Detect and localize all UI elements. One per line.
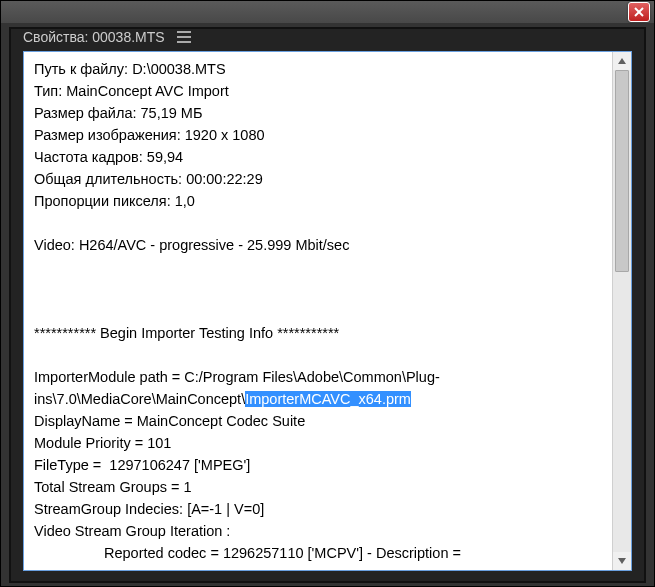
file-size-value: 75,19 МБ (141, 105, 203, 121)
image-size-label: Размер изображения: (34, 127, 181, 143)
svg-marker-2 (618, 58, 626, 64)
scroll-thumb[interactable] (615, 70, 629, 272)
duration-value: 00:00:22:29 (186, 171, 263, 187)
image-size-value: 1920 x 1080 (185, 127, 265, 143)
panel-menu-icon[interactable] (177, 31, 191, 43)
video-line: Video: H264/AVC - progressive - 25.999 M… (34, 237, 349, 253)
display-name-line: DisplayName = MainConcept Codec Suite (34, 413, 305, 429)
svg-marker-3 (618, 558, 626, 564)
scroll-up-button[interactable] (613, 52, 631, 70)
properties-panel: Свойства: 00038.MTS Путь к файлу: D:\000… (9, 27, 646, 583)
vertical-scrollbar[interactable] (612, 52, 631, 570)
chevron-down-icon (618, 558, 626, 564)
chevron-up-icon (618, 58, 626, 64)
pixel-aspect-label: Пропорции пикселя: (34, 193, 171, 209)
scroll-track[interactable] (613, 70, 631, 552)
importer-path-highlight: ImporterMCAVC_x64.prm (245, 391, 411, 407)
scroll-down-button[interactable] (613, 552, 631, 570)
close-button[interactable] (628, 2, 650, 22)
titlebar (1, 1, 654, 23)
panel-title: Свойства: 00038.MTS (23, 29, 165, 45)
type-value: MainConcept AVC Import (66, 83, 229, 99)
total-stream-groups-line: Total Stream Groups = 1 (34, 479, 192, 495)
stream-group-indices-line: StreamGroup Indecies: [A=-1 | V=0] (34, 501, 264, 517)
content-area: Путь к файлу: D:\00038.MTS Тип: MainConc… (23, 51, 632, 571)
file-path-value: D:\00038.MTS (132, 61, 226, 77)
window-frame: Свойства: 00038.MTS Путь к файлу: D:\000… (0, 0, 655, 587)
file-type-line: FileType = 1297106247 ['MPEG'] (34, 457, 250, 473)
video-stream-group-line: Video Stream Group Iteration : (34, 523, 230, 539)
file-path-label: Путь к файлу: (34, 61, 128, 77)
panel-header: Свойства: 00038.MTS (11, 29, 644, 45)
frame-rate-label: Частота кадров: (34, 149, 143, 165)
frame-rate-value: 59,94 (147, 149, 183, 165)
close-icon (634, 7, 644, 17)
properties-text[interactable]: Путь к файлу: D:\00038.MTS Тип: MainConc… (24, 52, 612, 570)
duration-label: Общая длительность: (34, 171, 182, 187)
module-priority-line: Module Priority = 101 (34, 435, 171, 451)
reported-codec-line: Reported codec = 1296257110 ['MCPV'] - D… (104, 545, 461, 561)
separator-line: *********** Begin Importer Testing Info … (34, 325, 339, 341)
pixel-aspect-value: 1,0 (175, 193, 195, 209)
type-label: Тип: (34, 83, 62, 99)
file-size-label: Размер файла: (34, 105, 137, 121)
